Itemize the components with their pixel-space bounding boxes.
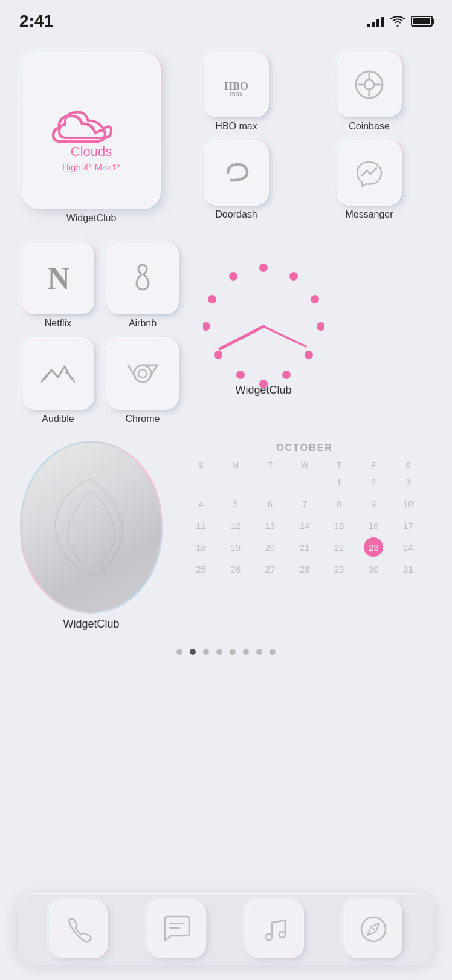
cal-day-1: 1 bbox=[329, 472, 349, 492]
weather-temp: High:4° Min:1° bbox=[62, 162, 120, 172]
cal-day-20: 20 bbox=[260, 537, 280, 557]
page-dot-0[interactable] bbox=[176, 649, 182, 655]
cal-day-24: 24 bbox=[398, 537, 418, 557]
music-icon[interactable] bbox=[246, 900, 304, 958]
dock-phone[interactable] bbox=[50, 900, 108, 958]
photo-texture bbox=[43, 473, 140, 582]
svg-point-3 bbox=[364, 80, 374, 89]
svg-line-21 bbox=[61, 539, 128, 545]
hbo-icon[interactable]: HBO max bbox=[204, 52, 269, 117]
coinbase-icon[interactable] bbox=[337, 52, 402, 117]
svg-point-15 bbox=[203, 322, 210, 331]
page-dot-5[interactable] bbox=[243, 649, 249, 655]
cal-header-f: F bbox=[358, 461, 390, 470]
page-dot-3[interactable] bbox=[216, 649, 222, 655]
cal-day-23-today: 23 bbox=[364, 537, 383, 557]
page-dot-7[interactable] bbox=[270, 649, 276, 655]
photo-widget[interactable] bbox=[22, 443, 161, 612]
svg-point-25 bbox=[279, 932, 285, 938]
svg-line-19 bbox=[263, 326, 306, 346]
app-messenger[interactable]: Messanger bbox=[308, 140, 430, 220]
cal-day-19: 19 bbox=[226, 537, 245, 557]
section-3: WidgetClub OCTOBER S M T W T F S 1 2 3 4… bbox=[0, 424, 452, 631]
safari-icon[interactable] bbox=[344, 900, 402, 958]
messenger-label: Messanger bbox=[345, 209, 393, 220]
app-row-audible-chrome: Audible Chrome bbox=[22, 337, 179, 424]
app-doordash[interactable]: Doordash bbox=[175, 140, 297, 220]
page-dot-6[interactable] bbox=[256, 649, 262, 655]
page-dots bbox=[0, 631, 452, 667]
app-row-2: Doordash Messanger bbox=[175, 140, 430, 220]
svg-point-27 bbox=[372, 928, 375, 930]
svg-point-12 bbox=[259, 380, 268, 388]
netflix-label: Netflix bbox=[45, 318, 71, 329]
status-time: 2:41 bbox=[19, 11, 53, 31]
dock-music[interactable] bbox=[246, 900, 304, 958]
status-icons bbox=[367, 15, 433, 27]
cal-day bbox=[226, 472, 245, 492]
dock-messages[interactable] bbox=[148, 900, 206, 958]
cal-day-12: 12 bbox=[226, 516, 245, 535]
messages-icon[interactable] bbox=[148, 900, 206, 958]
cal-header-w: W bbox=[288, 461, 320, 470]
app-airbnb[interactable]: Airbnb bbox=[106, 242, 179, 329]
weather-widget[interactable]: Clouds High:4° Min:1° bbox=[22, 52, 161, 209]
svg-point-13 bbox=[236, 371, 245, 379]
hbo-label: HBO max bbox=[215, 121, 257, 132]
svg-point-11 bbox=[282, 371, 291, 379]
cal-day-29: 29 bbox=[329, 559, 349, 579]
cal-day-16: 16 bbox=[364, 516, 383, 535]
cal-header-t2: T bbox=[323, 461, 355, 470]
page-dot-4[interactable] bbox=[230, 649, 236, 655]
doordash-icon[interactable] bbox=[204, 140, 269, 206]
svg-text:max: max bbox=[230, 90, 243, 96]
weather-condition: Clouds bbox=[71, 144, 112, 160]
airbnb-icon[interactable] bbox=[106, 242, 179, 314]
cloud-icon bbox=[52, 89, 131, 144]
dock-safari[interactable] bbox=[344, 900, 402, 958]
cal-day-14: 14 bbox=[295, 516, 314, 535]
cal-day-11: 11 bbox=[192, 516, 211, 535]
phone-icon[interactable] bbox=[50, 900, 108, 958]
page-dot-1[interactable] bbox=[190, 649, 196, 655]
signal-icon bbox=[367, 15, 384, 27]
status-bar: 2:41 bbox=[0, 0, 452, 34]
cal-day-22: 22 bbox=[329, 537, 349, 557]
app-hbo-max[interactable]: HBO max HBO max bbox=[175, 52, 297, 132]
cal-day bbox=[295, 472, 314, 492]
right-app-grid: HBO max HBO max Coinbase bbox=[175, 52, 430, 224]
clock-widget: WidgetClub bbox=[197, 242, 330, 411]
svg-point-24 bbox=[266, 934, 272, 940]
cal-day-7: 7 bbox=[295, 494, 314, 513]
chrome-label: Chrome bbox=[126, 414, 160, 424]
netflix-icon[interactable]: N bbox=[22, 242, 94, 314]
app-row-1: HBO max HBO max Coinbase bbox=[175, 52, 430, 132]
messenger-logo bbox=[354, 157, 385, 189]
section-1: Clouds High:4° Min:1° WidgetClub HBO max… bbox=[0, 40, 452, 224]
cal-day-27: 27 bbox=[260, 559, 280, 579]
coinbase-logo bbox=[354, 69, 385, 100]
audible-icon[interactable] bbox=[22, 337, 94, 410]
app-audible[interactable]: Audible bbox=[22, 337, 94, 424]
app-netflix[interactable]: N Netflix bbox=[22, 242, 94, 329]
cal-day bbox=[192, 472, 211, 492]
svg-line-18 bbox=[220, 326, 263, 349]
svg-point-16 bbox=[208, 295, 216, 303]
airbnb-label: Airbnb bbox=[129, 318, 157, 329]
page-dot-2[interactable] bbox=[203, 649, 209, 655]
chrome-logo bbox=[124, 355, 161, 392]
cal-day-5: 5 bbox=[226, 494, 245, 513]
app-coinbase[interactable]: Coinbase bbox=[308, 52, 430, 132]
weather-widget-label: WidgetClub bbox=[66, 213, 117, 224]
cal-day-8: 8 bbox=[329, 494, 349, 513]
chrome-icon[interactable] bbox=[106, 337, 179, 410]
cal-day-18: 18 bbox=[192, 537, 211, 557]
calendar-widget: OCTOBER S M T W T F S 1 2 3 4 5 6 7 8 9 … bbox=[179, 443, 430, 579]
wifi-icon bbox=[390, 15, 405, 27]
app-chrome[interactable]: Chrome bbox=[106, 337, 179, 424]
cal-header-s2: S bbox=[392, 461, 424, 470]
cal-day-28: 28 bbox=[295, 559, 314, 579]
messenger-icon[interactable] bbox=[337, 140, 402, 206]
calendar-month: OCTOBER bbox=[185, 443, 424, 453]
cal-day-13: 13 bbox=[260, 516, 280, 535]
